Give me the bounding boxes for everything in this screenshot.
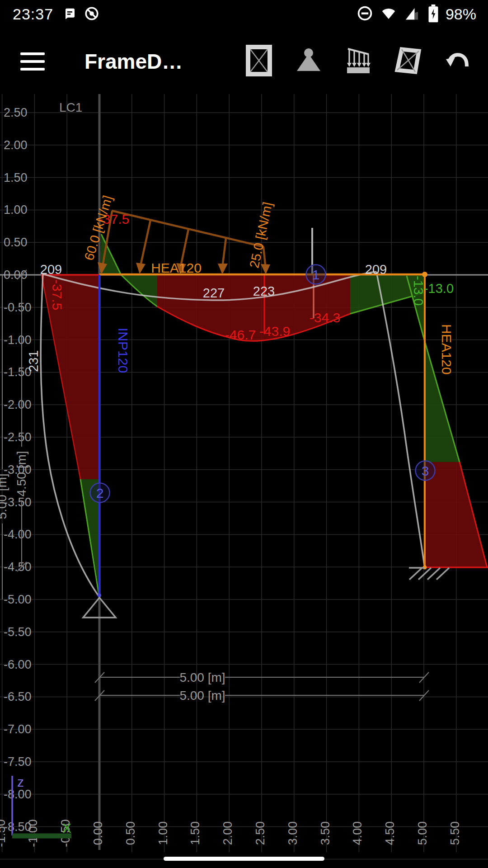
bottom-axis-label: 3.50 bbox=[319, 821, 332, 845]
deflection-beam-mid: 227 bbox=[203, 286, 225, 300]
left-axis-label: 1.50 bbox=[4, 171, 28, 184]
moment-right-column-top: -13.0 bbox=[424, 281, 454, 296]
left-axis-label: -4.50 bbox=[4, 560, 32, 574]
distributed-load-button[interactable] bbox=[344, 46, 372, 77]
left-axis-label: -7.00 bbox=[4, 722, 32, 736]
bottom-axis-label: 2.00 bbox=[221, 821, 235, 845]
battery-percent: 98% bbox=[446, 5, 476, 23]
do-not-disturb-icon bbox=[357, 5, 373, 24]
deflection-left-joint: 209 bbox=[40, 262, 62, 277]
left-axis-label: 2.00 bbox=[4, 138, 28, 152]
bottom-axis-label: 4.00 bbox=[351, 821, 364, 845]
member-number-2[interactable]: 2 bbox=[90, 483, 110, 503]
gesture-handle[interactable] bbox=[164, 857, 324, 861]
status-bar: 23:37 98% bbox=[0, 0, 488, 28]
dim-span-1: 5.00 [m] bbox=[179, 670, 225, 684]
bottom-axis-label: 4.50 bbox=[383, 821, 397, 845]
deflection-left-column: 231 bbox=[26, 350, 41, 372]
dim-span-2: 5.00 [m] bbox=[179, 689, 225, 703]
support-icon bbox=[294, 47, 323, 75]
undo-icon bbox=[445, 49, 470, 74]
moment-beam-section: -34.3 bbox=[310, 310, 340, 325]
dim-left-column-height: 5.00 [m] bbox=[0, 473, 9, 519]
fixed-support bbox=[409, 568, 449, 580]
left-axis-label: -6.00 bbox=[4, 658, 32, 671]
member-number-3[interactable]: 3 bbox=[416, 461, 435, 481]
bottom-axis-label: -1.50 bbox=[0, 819, 8, 847]
load-case-label: LC1 bbox=[59, 100, 82, 114]
cross-section-button[interactable] bbox=[245, 46, 273, 77]
menu-button[interactable] bbox=[20, 52, 45, 71]
right-column-section-label: HEA120 bbox=[439, 324, 454, 375]
svg-text:1: 1 bbox=[312, 267, 320, 282]
moment-beam-load-end: -43.9 bbox=[259, 324, 290, 339]
structure-canvas[interactable]: 2.502.001.501.000.500.00-0.50-1.00-1.50-… bbox=[0, 0, 488, 868]
beam-section-label: HEA120 bbox=[151, 260, 202, 275]
dim-right-column-height: 4.50 [m] bbox=[14, 451, 28, 496]
cell-signal-icon bbox=[404, 5, 421, 24]
left-axis-label: 0.50 bbox=[4, 236, 28, 249]
deflection-beam-mid2: 223 bbox=[253, 284, 275, 298]
left-axis-label: -2.00 bbox=[4, 398, 32, 411]
bottom-axis-label: 0.50 bbox=[124, 821, 137, 845]
svg-text:3: 3 bbox=[422, 463, 429, 478]
load-value-right: 25.0 [kN/m] bbox=[247, 201, 275, 269]
notification-blocked-icon bbox=[84, 6, 99, 23]
left-column-section-label: INP120 bbox=[116, 328, 131, 373]
left-axis-label: 0.00 bbox=[4, 268, 28, 282]
notification-message-icon bbox=[63, 7, 77, 22]
left-axis-label: -2.50 bbox=[4, 430, 32, 444]
frame-button[interactable] bbox=[394, 46, 422, 77]
left-axis-label: 1.00 bbox=[4, 203, 28, 217]
bottom-axis-label: 0.00 bbox=[91, 821, 105, 845]
bottom-axis-label: 5.50 bbox=[448, 821, 462, 845]
left-axis-label: -7.50 bbox=[4, 755, 32, 769]
moment-beam-min: -46.7 bbox=[225, 327, 256, 342]
left-axis-label: -5.00 bbox=[4, 593, 32, 606]
bottom-axis-label: 1.00 bbox=[156, 821, 170, 845]
left-axis-label: -5.50 bbox=[4, 625, 32, 639]
left-axis-label: -6.50 bbox=[4, 690, 32, 703]
bottom-axis-label: -1.00 bbox=[26, 819, 40, 847]
bottom-axis-label: 1.50 bbox=[188, 821, 202, 845]
left-axis-label: -8.00 bbox=[4, 788, 32, 801]
left-axis-label: -1.00 bbox=[4, 333, 32, 347]
cross-section-icon bbox=[246, 45, 272, 78]
support-button[interactable] bbox=[295, 46, 323, 77]
x-axis-label: X bbox=[62, 821, 71, 835]
left-axis-label: -0.50 bbox=[4, 301, 32, 314]
undo-button[interactable] bbox=[444, 46, 472, 77]
bottom-axis-label: 5.00 bbox=[416, 821, 429, 845]
bottom-axis-label: 3.00 bbox=[286, 821, 300, 845]
deflection-right-joint: 209 bbox=[365, 262, 387, 277]
bottom-axis-label: 2.50 bbox=[253, 821, 267, 845]
moment-left-column-top: -37.5 bbox=[50, 279, 65, 310]
wifi-icon bbox=[380, 5, 398, 24]
distributed-load-icon bbox=[345, 46, 371, 77]
grid bbox=[0, 93, 488, 859]
app-toolbar: FrameD… bbox=[0, 28, 488, 94]
app-title: FrameD… bbox=[84, 49, 183, 74]
clock: 23:37 bbox=[13, 5, 53, 23]
member-number-1[interactable]: 1 bbox=[306, 265, 326, 284]
battery-charging-icon bbox=[427, 4, 439, 25]
z-axis-label: z bbox=[17, 774, 24, 789]
left-axis-label: 2.50 bbox=[4, 106, 28, 119]
svg-text:2: 2 bbox=[96, 486, 104, 500]
frame-icon bbox=[394, 47, 422, 76]
left-axis-label: -4.00 bbox=[4, 528, 32, 541]
